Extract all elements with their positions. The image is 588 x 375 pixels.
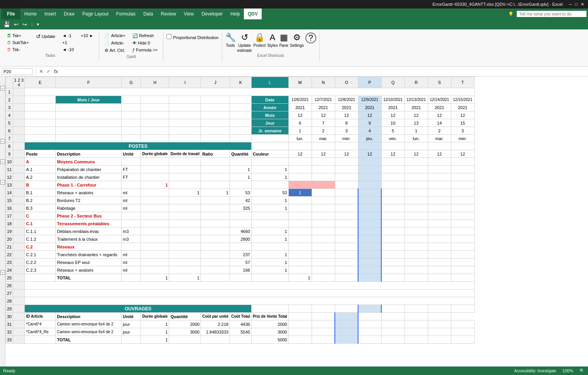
menu-page-layout[interactable]: Page Layout	[79, 9, 112, 19]
menu-home[interactable]: Home	[21, 9, 41, 19]
table-row: 19 C.1.1 Déblais-remblais-évac m3 4660 1	[6, 228, 475, 235]
menu-bar: File Home Insert Draw Page Layout Formul…	[0, 9, 588, 19]
header-quantite: Quantité	[230, 150, 252, 158]
qa-extra[interactable]: ▾	[36, 21, 40, 28]
minus10-btn[interactable]: ◄ -10	[60, 46, 76, 53]
spreadsheet-table: 1 2 3 4 E F G H I J K L M N O P Q R S T	[5, 77, 588, 375]
table-row: 24 C.2.3 Réseaux + avaloirs ml 166 1	[6, 266, 475, 274]
title-bar: ErrorGantt~65330_4GANTT.xlsx [QDV->C:\..…	[0, 0, 588, 9]
subtsk-plus-btn[interactable]: 🗒 SubTsk+	[5, 39, 31, 46]
header-desc-ouv: Description	[56, 313, 122, 320]
cancel-formula-icon[interactable]: ✕	[39, 68, 43, 74]
formula-btn[interactable]: ƒ Formula >>	[130, 47, 160, 53]
outline-minus-3[interactable]: −	[0, 159, 5, 164]
tsk-minus-btn[interactable]: 🗒 Tsk-	[5, 46, 31, 53]
ribbon: 🗒 Tsk+ 🗒 SubTsk+ 🗒 Tsk- ↺ Update ◄ -1 +1…	[0, 29, 588, 67]
col-j[interactable]: J	[201, 77, 230, 88]
menu-file[interactable]: File	[2, 9, 21, 19]
menu-insert[interactable]: Insert	[41, 9, 60, 19]
article-plus-btn[interactable]: 📄 Article+	[102, 33, 127, 39]
name-box[interactable]	[2, 68, 33, 75]
menu-developer[interactable]: Developer	[198, 9, 227, 19]
col-n[interactable]: N	[312, 77, 335, 88]
col-r[interactable]: R	[405, 77, 428, 88]
col-p[interactable]: P	[358, 77, 381, 88]
hide0-btn[interactable]: 👁 Hide 0	[130, 40, 160, 46]
art-ctrl-btn[interactable]: ⚙ Art. Ctrl.	[102, 47, 127, 54]
table-row: 1	[6, 88, 475, 96]
col-k[interactable]: K	[230, 77, 252, 88]
menu-draw[interactable]: Draw	[60, 9, 79, 19]
search-input[interactable]	[517, 11, 586, 17]
menu-help[interactable]: Help	[226, 9, 244, 19]
menu-view[interactable]: View	[180, 9, 198, 19]
table-row: 5 Jour 6 7 8 9 10 13 14	[6, 119, 475, 127]
outline-minus-2[interactable]: −	[0, 139, 5, 144]
help-btn[interactable]: ?	[305, 33, 316, 43]
status-accessibility: Accessibility: Investigate	[514, 369, 556, 373]
col-e[interactable]: E	[25, 77, 56, 88]
update-estimate-btn[interactable]: ↺ Update estimate	[237, 33, 252, 53]
table-row: 26	[6, 282, 475, 289]
table-row: 16 B.3 Rabotage ml 325 1	[6, 204, 475, 212]
col-h[interactable]: H	[141, 77, 169, 88]
table-row: 27	[6, 289, 475, 297]
maximize-btn[interactable]: □	[575, 2, 578, 7]
date-q2: 12/10/2021	[381, 96, 405, 104]
col-header-num[interactable]: 1 2 3 4	[13, 77, 25, 88]
qa-undo[interactable]: ↩	[13, 21, 20, 28]
plus10-btn[interactable]: +10 ►	[79, 33, 96, 39]
zoom-icon[interactable]: 🔍	[579, 368, 585, 373]
table-row: 17 C Phase 2 - Secteur Bus	[6, 212, 475, 220]
minimize-btn[interactable]: ─	[569, 2, 572, 7]
styles-btn[interactable]: A Styles	[267, 33, 278, 48]
status-ready: Ready	[3, 368, 15, 373]
plus1-btn[interactable]: +1	[60, 39, 76, 46]
update-btn[interactable]: ↺ Update	[34, 33, 58, 40]
col-o[interactable]: O	[335, 77, 358, 88]
table-row: 15 B.2 Bordures T2 ml 42 1	[6, 197, 475, 204]
qa-save[interactable]: 💾	[2, 21, 11, 28]
col-g[interactable]: G	[122, 77, 141, 88]
protect-btn[interactable]: 🔒 Protect	[253, 33, 266, 48]
date-t2: 12/15/2021	[451, 96, 474, 104]
col-m[interactable]: M	[288, 77, 312, 88]
formula-input[interactable]	[60, 68, 586, 75]
refresh-btn[interactable]: 🔄 Refresh	[130, 33, 160, 39]
article-minus-btn[interactable]: 📄 Article-	[102, 40, 127, 46]
col-f[interactable]: F	[56, 77, 122, 88]
outline-minus-5[interactable]: −	[0, 270, 5, 275]
insert-function-icon[interactable]: fx	[54, 69, 58, 74]
qa-redo[interactable]: ↪	[21, 21, 28, 28]
col-i[interactable]: I	[169, 77, 201, 88]
header-prix-vente: Prix de Vente Total	[251, 313, 288, 320]
date-label: Date	[251, 96, 288, 104]
ribbon-group-gantt: 📄 Article+ 📄 Article- ⚙ Art. Ctrl. 🔄 Ref…	[99, 31, 163, 61]
col-t[interactable]: T	[451, 77, 474, 88]
table-row: 18 C.1 Terrassements préalables	[6, 220, 475, 228]
ribbon-group-proportional: Proportional Distribution	[163, 31, 222, 61]
proportional-distribution-checkbox[interactable]	[166, 34, 171, 39]
pane-btn[interactable]: ▦ Pane	[279, 33, 288, 48]
tools-btn[interactable]: 🔧 Tools	[225, 33, 236, 48]
minus1-btn[interactable]: ◄ -1	[60, 33, 76, 39]
menu-data[interactable]: Data	[139, 9, 157, 19]
menu-review[interactable]: Review	[157, 9, 180, 19]
menu-qdv[interactable]: QDV	[244, 9, 262, 19]
header-description: Description	[56, 150, 122, 158]
settings-btn[interactable]: ⚙ Settings	[290, 33, 304, 48]
outline-minus-1[interactable]: −	[0, 86, 5, 91]
close-btn[interactable]: ✕	[581, 2, 584, 7]
tsk-plus-btn[interactable]: 🗒 Tsk+	[5, 33, 31, 39]
proportional-distribution-label[interactable]: Proportional Distribution	[166, 35, 218, 40]
outline-minus-4[interactable]: −	[0, 180, 5, 185]
menu-formulas[interactable]: Formulas	[112, 9, 139, 19]
date-r2: 12/13/2021	[405, 96, 428, 104]
table-row: 33 TOTAL 1 5000	[6, 336, 475, 344]
col-s[interactable]: S	[428, 77, 451, 88]
col-q[interactable]: Q	[381, 77, 405, 88]
header-duree-travail: Durée de travail	[169, 150, 201, 158]
header-unite-ouv: Unité	[122, 313, 141, 320]
col-l[interactable]: L	[251, 77, 288, 88]
confirm-formula-icon[interactable]: ✓	[46, 68, 51, 74]
